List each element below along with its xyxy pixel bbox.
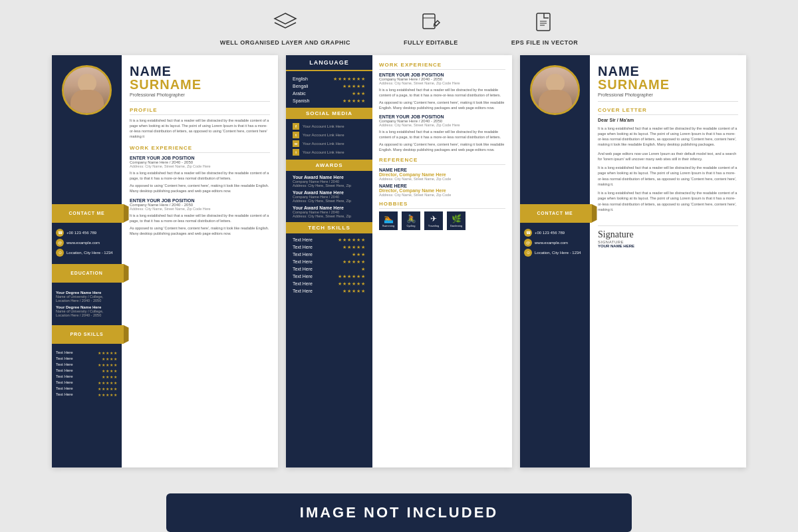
cover-letter-title: COVER LETTER — [598, 107, 738, 115]
email-item-1: @ www.example.com — [56, 239, 118, 247]
resume1-sidebar: CONTACT ME ☎ +00 123 456 789 @ www.examp… — [52, 55, 122, 467]
name-title-3: Professional Photographer — [598, 92, 738, 97]
edit-icon — [421, 12, 441, 35]
svg-rect-4 — [537, 13, 550, 31]
award-2: Your Award Name Here Company Name Here /… — [293, 205, 366, 218]
award-0: Your Award Name Here Company Name Here /… — [293, 175, 366, 188]
language-header: LANGUAGE — [293, 59, 366, 66]
hobby-0: 🏊 Swimming — [379, 211, 398, 230]
ts-7: Text Here ★★★★★ — [293, 289, 366, 294]
location-item-3: ⊙ Location, City Here - 1234 — [524, 249, 586, 257]
job-desc-2a-1: It is a long established fact that a rea… — [379, 87, 505, 98]
resume-card-2: LANGUAGE English ★★★★★★★ Bengali ★★★★★ A… — [286, 55, 512, 467]
edu-entry-2: Your Degree Name Here Name of University… — [56, 305, 118, 317]
name-block-1: NAME SURNAME Professional Photographer — [130, 65, 270, 97]
job-addr-1a: Address: City Name, Street Name, Zip Cod… — [130, 164, 270, 168]
avatar-body-3 — [539, 90, 572, 113]
edu-date-1: Location Here / 2040 - 2050 — [56, 299, 118, 303]
cover-para-3: It is a long established fact that a rea… — [598, 165, 738, 187]
location-item-1: ⊙ Location, City Here - 1234 — [56, 249, 118, 257]
ts-3: Text Here ★★★★★ — [293, 259, 366, 265]
skill-row-7: Text Here ★★★★★ — [56, 392, 118, 397]
ref-title-1: Director, Company Name Here — [379, 188, 505, 193]
job-desc-1a-2: As opposed to using 'Content here, conte… — [130, 183, 270, 194]
resume3-main: NAME SURNAME Professional Photographer C… — [590, 55, 746, 467]
feature-item-layers: WELL ORGANISED LAYER AND GRAPHIC — [220, 12, 350, 47]
award-1: Your Award Name Here Company Name Here /… — [293, 190, 366, 203]
avatar-image-1 — [64, 67, 110, 113]
ref-name-1: NAME HERE — [379, 184, 505, 188]
ts-2: Text Here ★★★ — [293, 252, 366, 257]
hobby-1: 🚴 Cycling — [402, 211, 420, 230]
job-addr-1b: Address: City Name, Street Name, Zip Cod… — [130, 207, 270, 211]
name-first-3: NAME — [598, 65, 738, 78]
ts-4: Text Here ★ — [293, 267, 366, 272]
middle-right-content: WORK EXPERIENCE ENTER YOUR JOB POSITION … — [372, 55, 512, 467]
name-first-1: NAME — [130, 65, 270, 78]
ref-addr-0: Address: City Name, Street Name, Zip Cod… — [379, 177, 505, 181]
svg-marker-0 — [275, 13, 296, 24]
svg-rect-1 — [423, 14, 435, 29]
skill-row-0: Text Here ★★★★★ — [56, 350, 118, 355]
ref-title-0: Director, Company Name Here — [379, 172, 505, 177]
tech-skills-list: Text Here ★★★★★★ Text Here ★★★★★ Text He… — [293, 237, 366, 294]
job-pos-2b: ENTER YOUR JOB POSITION — [379, 114, 505, 119]
hobby-2: ✈ Traveling — [424, 211, 443, 230]
job-desc-1b-2: As opposed to using 'Content here, conte… — [130, 225, 270, 237]
contact-info-3: ☎ +00 123 456 789 @ www.example.com ⊙ Lo… — [520, 225, 590, 260]
proskills-tab-label-1: PRO SKILLS — [70, 332, 103, 336]
contact-tab-1: CONTACT ME — [52, 204, 124, 223]
resume1-main: NAME SURNAME Professional Photographer P… — [122, 55, 278, 467]
education-section-1: Your Degree Name Here Name of University… — [52, 285, 122, 323]
skill-row-4: Text Here ★★★★ — [56, 374, 118, 379]
email-icon-1: @ — [56, 239, 64, 247]
layers-icon — [273, 12, 297, 35]
email-item-3: @ www.example.com — [524, 239, 586, 247]
dear-text: Dear Sir / Ma'am — [598, 118, 738, 122]
email-text-1: www.example.com — [66, 241, 100, 245]
avatar-1 — [62, 65, 112, 115]
ts-5: Text Here ★★★★★★ — [293, 274, 366, 279]
feature-item-edit: FULLY EDITABLE — [404, 12, 458, 47]
lang-0: English ★★★★★★★ — [293, 76, 366, 82]
email-icon-3: @ — [524, 239, 532, 247]
ts-1: Text Here ★★★★★ — [293, 245, 366, 250]
signature-block: Signature Signature YOUR NAME HERE — [598, 225, 738, 248]
proskills-section-1: Text Here ★★★★★ Text Here ★★★★ Text Here… — [52, 346, 122, 401]
profile-title-1: PROFILE — [130, 107, 270, 115]
resume-card-3: CONTACT ME ☎ +00 123 456 789 @ www.examp… — [520, 55, 746, 467]
location-icon-1: ⊙ — [56, 249, 64, 257]
name-title-1: Professional Photographer — [130, 92, 270, 97]
edu-date-2: Location Here / 2040 - 2050 — [56, 313, 118, 317]
phone-text-3: +00 123 456 789 — [535, 231, 565, 235]
name-surname-3: SURNAME — [598, 78, 738, 91]
cover-para-2: And web page editors now use Lorem Ipsum… — [598, 151, 738, 162]
phone-icon-1: ☎ — [56, 229, 64, 237]
phone-item-1: ☎ +00 123 456 789 — [56, 229, 118, 237]
social-icon-2: w — [293, 140, 299, 147]
social-list: f Your Account Link Here t Your Account … — [293, 123, 366, 156]
tech-skills-header: TECH SKILLS — [293, 225, 366, 231]
job-addr-2a: Address: City Name, Street Name, Zip Cod… — [379, 81, 505, 85]
lang-1: Bengali ★★★★★ — [293, 84, 366, 89]
divider-3 — [598, 101, 738, 102]
middle-body: LANGUAGE English ★★★★★★★ Bengali ★★★★★ A… — [286, 55, 512, 467]
eps-icon — [535, 12, 555, 35]
job-desc-2b-1: It is a long established fact that a rea… — [379, 129, 505, 140]
signature-script: Signature — [598, 229, 738, 240]
name-surname-1: SURNAME — [130, 78, 270, 91]
ts-6: Text Here ★★★★★★ — [293, 281, 366, 287]
contact-info-1: ☎ +00 123 456 789 @ www.example.com ⊙ Lo… — [52, 225, 122, 260]
social-1: t Your Account Link Here — [293, 132, 366, 138]
resume-card-1: CONTACT ME ☎ +00 123 456 789 @ www.examp… — [52, 55, 278, 467]
feature-bar: WELL ORGANISED LAYER AND GRAPHIC FULLY E… — [0, 0, 798, 55]
image-not-included-banner: IMAGE NOT INCLUDED — [166, 493, 632, 532]
resumes-container: CONTACT ME ☎ +00 123 456 789 @ www.examp… — [0, 55, 798, 487]
avatar-image-3 — [532, 67, 578, 113]
skill-row-3: Text Here ★★★★ — [56, 368, 118, 373]
location-icon-3: ⊙ — [524, 249, 532, 257]
feature-label-edit: FULLY EDITABLE — [404, 39, 458, 47]
work-exp-title-1: WORK EXPERIENCE — [130, 145, 270, 153]
cover-para-4: It is a long established fact that a rea… — [598, 190, 738, 212]
phone-icon-3: ☎ — [524, 229, 532, 237]
